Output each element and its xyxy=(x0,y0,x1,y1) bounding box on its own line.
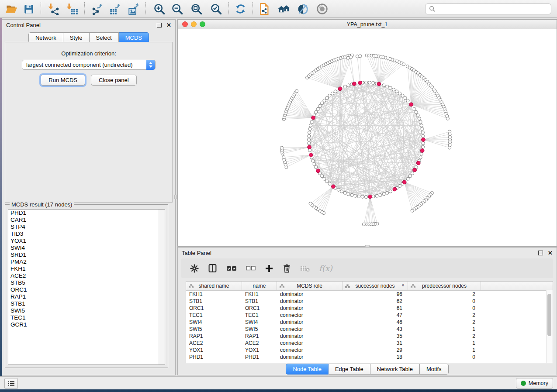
toolbar-separator xyxy=(253,2,253,15)
task-list-icon xyxy=(8,381,15,386)
criterion-value: largest connected component (undirected) xyxy=(26,62,133,68)
mcds-result-item[interactable]: CAR1 xyxy=(8,217,165,224)
save-session-icon[interactable] xyxy=(21,2,36,16)
float-panel-icon[interactable] xyxy=(157,23,162,28)
zoom-fit-icon[interactable] xyxy=(189,2,204,16)
table-row[interactable]: ACE2ACE2connector311 xyxy=(186,340,553,347)
column-visibility-icon[interactable] xyxy=(208,264,217,273)
table-tab-motifs[interactable]: Motifs xyxy=(420,364,449,375)
mcds-options-box: Optimization criterion: largest connecte… xyxy=(5,42,173,203)
mcds-result-item[interactable]: YOX1 xyxy=(8,237,165,244)
table-row[interactable]: SWI4SWI4dominator462 xyxy=(186,319,553,326)
zoom-selected-icon[interactable] xyxy=(209,2,224,16)
close-table-panel-icon[interactable]: ✕ xyxy=(548,251,553,255)
control-panel: Control Panel ✕ NetworkStyleSelectMCDS O… xyxy=(2,19,176,375)
delete-column-icon[interactable] xyxy=(283,264,291,273)
column-header-name[interactable]: name xyxy=(242,282,277,290)
select-all-check-icon[interactable] xyxy=(226,265,237,272)
table-row[interactable]: TEC1TEC1connector472 xyxy=(186,312,553,319)
export-table-icon[interactable] xyxy=(107,2,122,16)
visual-style-icon[interactable] xyxy=(295,2,310,16)
mcds-result-item[interactable]: ACE2 xyxy=(8,272,165,279)
mcds-result-item[interactable]: GCR1 xyxy=(8,321,165,328)
table-row[interactable]: ORC1ORC1dominator610 xyxy=(186,305,553,312)
search-box[interactable] xyxy=(425,3,551,14)
column-header-MCDS-role[interactable]: MCDS role xyxy=(277,282,343,290)
column-header-shared-name[interactable]: shared name xyxy=(186,282,242,290)
mcds-result-items: PHD1CAR1STP4TID3YOX1SWI4SRD1PMA2FKH1ACE2… xyxy=(8,210,165,328)
status-bar: Memory xyxy=(0,376,557,389)
import-network-icon[interactable] xyxy=(46,2,61,16)
optimization-criterion-select[interactable]: largest connected component (undirected) xyxy=(22,60,156,70)
close-window-icon[interactable] xyxy=(182,21,188,27)
add-column-icon[interactable] xyxy=(265,264,273,273)
table-tabs: Node TableEdge TableNetwork TableMotifs xyxy=(178,364,557,375)
table-scrollbar-thumb[interactable] xyxy=(547,294,551,336)
table-row[interactable]: PHD1PHD1dominator180 xyxy=(186,354,553,361)
mcds-result-item[interactable]: RAP1 xyxy=(8,293,165,300)
mcds-result-list[interactable]: PHD1CAR1STP4TID3YOX1SWI4SRD1PMA2FKH1ACE2… xyxy=(8,209,165,365)
column-header-filler xyxy=(481,282,553,290)
maximize-window-icon[interactable] xyxy=(200,21,205,27)
table-row[interactable]: SWI5SWI5connector431 xyxy=(186,326,553,333)
mcds-result-item[interactable]: SWI4 xyxy=(8,244,165,251)
export-image-icon[interactable] xyxy=(126,2,141,16)
open-file-icon[interactable] xyxy=(3,2,18,16)
mcds-result-item[interactable]: STB1 xyxy=(8,300,165,307)
table-tab-edge-table[interactable]: Edge Table xyxy=(329,364,370,375)
mcds-result-item[interactable]: STB5 xyxy=(8,279,165,286)
task-history-button[interactable] xyxy=(4,378,18,389)
mcds-result-item[interactable]: ORC1 xyxy=(8,286,165,293)
mcds-result-item[interactable]: FKH1 xyxy=(8,265,165,272)
table-toolbar: f(x) xyxy=(181,258,553,278)
table-row[interactable]: YOX1YOX1connector291 xyxy=(186,347,553,354)
control-panel-title: Control Panel xyxy=(6,22,41,28)
mcds-result-item[interactable]: PMA2 xyxy=(8,258,165,265)
preview-eye-icon[interactable] xyxy=(315,2,329,16)
mcds-list-scrollbar[interactable] xyxy=(159,210,165,364)
export-network-icon[interactable] xyxy=(90,2,104,16)
memory-status-icon xyxy=(521,381,526,386)
table-row[interactable]: FKH1FKH1dominator962 xyxy=(186,291,553,298)
share-document-icon[interactable] xyxy=(257,2,272,16)
mcds-result-item[interactable]: SRD1 xyxy=(8,251,165,258)
sort-desc-icon[interactable]: ∨ xyxy=(401,282,405,287)
table-scrollbar[interactable] xyxy=(546,290,553,363)
delete-table-icon[interactable] xyxy=(300,265,310,272)
import-table-icon[interactable] xyxy=(65,2,80,16)
mcds-result-item[interactable]: TEC1 xyxy=(8,314,165,321)
table-row[interactable]: STB1STB1dominator620 xyxy=(186,298,553,305)
table-body: FKH1FKH1dominator962STB1STB1dominator620… xyxy=(186,291,553,361)
network-canvas[interactable] xyxy=(178,29,557,246)
mcds-result-group: MCDS result (17 nodes) PHD1CAR1STP4TID3Y… xyxy=(5,204,168,368)
refresh-layout-icon[interactable] xyxy=(233,2,248,16)
search-icon xyxy=(429,6,436,12)
table-panel: Table Panel ✕ f(x) shared name xyxy=(177,247,557,375)
mcds-result-item[interactable]: STP4 xyxy=(8,224,165,230)
table-row[interactable]: RAP1RAP1dominator352 xyxy=(186,333,553,340)
optimization-criterion-label: Optimization criterion: xyxy=(5,50,172,57)
column-header-predecessor-nodes[interactable]: predecessor nodes xyxy=(408,282,481,290)
network-window-titlebar[interactable]: YPA_prune.txt_1 xyxy=(178,20,557,30)
float-table-panel-icon[interactable] xyxy=(538,251,543,255)
memory-button[interactable]: Memory xyxy=(516,378,553,389)
run-mcds-button[interactable]: Run MCDS xyxy=(41,75,85,86)
table-tab-node-table[interactable]: Node Table xyxy=(286,364,329,375)
minimize-window-icon[interactable] xyxy=(191,21,197,27)
mcds-result-item[interactable]: PHD1 xyxy=(8,210,165,217)
mcds-result-item[interactable]: SWI5 xyxy=(8,307,165,314)
search-input[interactable] xyxy=(438,5,547,13)
close-panel-icon[interactable]: ✕ xyxy=(166,23,171,27)
deselect-all-icon[interactable] xyxy=(246,265,256,271)
close-panel-button[interactable]: Close panel xyxy=(91,75,137,86)
zoom-in-icon[interactable] xyxy=(152,2,167,16)
settings-gear-icon[interactable] xyxy=(190,264,199,273)
function-builder-icon[interactable]: f(x) xyxy=(319,264,332,273)
toolbar-separator xyxy=(145,2,146,15)
vertical-splitter-grip[interactable] xyxy=(174,195,177,199)
network-home-icon[interactable] xyxy=(276,2,291,16)
mcds-result-item[interactable]: TID3 xyxy=(8,230,165,237)
zoom-out-icon[interactable] xyxy=(170,2,185,16)
column-header-successor-nodes[interactable]: successor nodes∨ xyxy=(343,282,408,290)
table-tab-network-table[interactable]: Network Table xyxy=(370,364,420,375)
